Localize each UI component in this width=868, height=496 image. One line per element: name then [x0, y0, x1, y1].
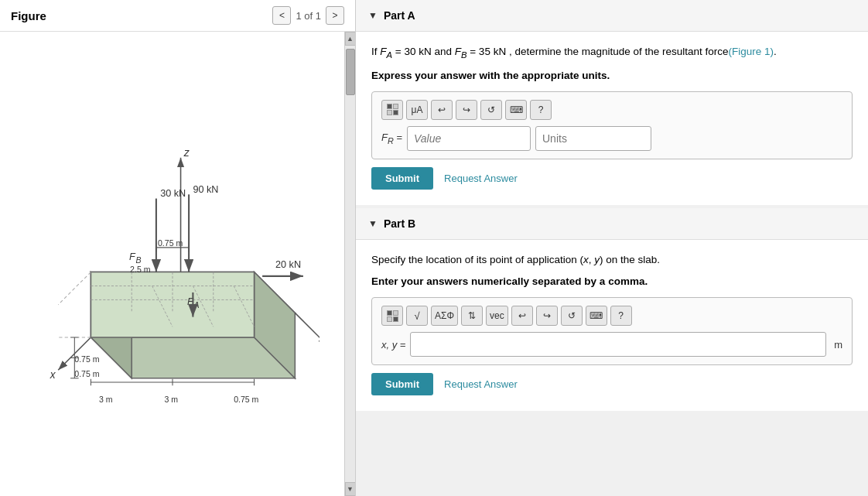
part-b-header[interactable]: ▼ Part B — [356, 208, 868, 240]
svg-text:0.75 m: 0.75 m — [74, 369, 99, 378]
figure-link[interactable]: (Figure 1) — [729, 46, 774, 57]
keyboard-button-b[interactable]: ⌨ — [586, 306, 607, 326]
xy-value-input[interactable] — [410, 332, 826, 357]
part-b-instruction: Enter your answers numerically separated… — [371, 274, 853, 289]
part-b-title: Part B — [384, 217, 415, 230]
help-icon: ? — [538, 104, 544, 115]
xy-label: x, y = — [381, 339, 405, 351]
fr-value-input[interactable] — [407, 126, 531, 151]
figure-header: Figure < 1 of 1 > — [0, 0, 355, 32]
refresh-icon-b: ↺ — [568, 310, 576, 321]
x-math: x — [583, 254, 589, 265]
arrows-icon: ⇅ — [468, 310, 476, 321]
help-icon-b: ? — [618, 310, 624, 321]
keyboard-button[interactable]: ⌨ — [505, 100, 527, 120]
figure-diagram: z y x — [26, 70, 320, 457]
svg-text:A: A — [193, 300, 199, 310]
left-panel: Figure < 1 of 1 > — [0, 0, 356, 496]
right-panel: ▼ Part A If FA = 30 kN and FB = 35 kN , … — [356, 0, 868, 496]
sqrt-icon: √ — [414, 310, 419, 322]
part-a-body: If FA = 30 kN and FB = 35 kN , determine… — [356, 32, 868, 205]
part-a-toolbar: μA ↩ ↪ ↺ ⌨ ? — [381, 100, 842, 120]
part-b-section: ▼ Part B Specify the location of its poi… — [356, 208, 868, 412]
scroll-up-arrow[interactable]: ▲ — [345, 32, 356, 46]
grid-icon-b — [387, 310, 398, 322]
fa-math: FA — [380, 46, 392, 57]
part-b-answer-area: √ ΑΣΦ ⇅ vec ↩ ↪ — [371, 297, 853, 365]
svg-text:2.5 m: 2.5 m — [130, 265, 151, 274]
part-b-actions: Submit Request Answer — [371, 373, 853, 395]
sigma-button[interactable]: ΑΣΦ — [431, 306, 458, 326]
part-a-submit-button[interactable]: Submit — [371, 167, 433, 190]
part-a-answer-area: μA ↩ ↪ ↺ ⌨ ? — [371, 91, 853, 159]
xy-math: x, y = — [381, 339, 405, 351]
svg-text:z: z — [183, 147, 189, 159]
part-a-section: ▼ Part A If FA = 30 kN and FB = 35 kN , … — [356, 0, 868, 205]
svg-text:90 kN: 90 kN — [193, 184, 218, 195]
grid-icon-button[interactable] — [381, 100, 403, 120]
refresh-button[interactable]: ↺ — [480, 100, 502, 120]
keyboard-icon: ⌨ — [510, 104, 523, 115]
grid-icon — [387, 104, 398, 115]
figure-nav: < 1 of 1 > — [272, 6, 344, 25]
part-a-arrow: ▼ — [368, 10, 378, 21]
svg-text:30 kN: 30 kN — [160, 188, 186, 199]
svg-text:0.75 m: 0.75 m — [74, 354, 99, 364]
fb-math: FB — [455, 46, 467, 57]
part-b-request-button[interactable]: Request Answer — [444, 378, 518, 390]
svg-text:0.75 m: 0.75 m — [158, 238, 183, 248]
scroll-thumb[interactable] — [346, 49, 355, 95]
part-b-instruction-bold: Enter your answers numerically separated… — [371, 275, 648, 287]
svg-text:B: B — [135, 255, 141, 265]
figure-count: 1 of 1 — [296, 10, 321, 22]
svg-text:0.75 m: 0.75 m — [234, 395, 258, 404]
part-a-title: Part A — [384, 9, 415, 22]
sqrt-button[interactable]: √ — [406, 306, 428, 326]
part-a-actions: Submit Request Answer — [371, 167, 853, 190]
sigma-icon: ΑΣΦ — [435, 310, 454, 321]
refresh-icon: ↺ — [487, 104, 495, 115]
mu-button[interactable]: μA — [406, 100, 428, 120]
nav-next-button[interactable]: > — [326, 6, 344, 25]
part-a-instruction-bold: Express your answer with the appropriate… — [371, 70, 610, 81]
vec-button[interactable]: vec — [486, 306, 508, 326]
undo-button-b[interactable]: ↩ — [511, 306, 533, 326]
y-math: y — [594, 254, 600, 265]
fr-units-input[interactable] — [535, 126, 651, 151]
part-b-toolbar: √ ΑΣΦ ⇅ vec ↩ ↪ — [381, 306, 842, 326]
grid-icon-button-b[interactable] — [381, 306, 403, 326]
part-b-input-row: x, y = m — [381, 332, 842, 357]
scroll-down-arrow[interactable]: ▼ — [345, 482, 356, 496]
svg-text:x: x — [49, 369, 56, 381]
fr-math: FR — [381, 132, 394, 143]
help-button-b[interactable]: ? — [610, 306, 632, 326]
keyboard-icon-b: ⌨ — [589, 310, 603, 321]
redo-button-b[interactable]: ↪ — [536, 306, 558, 326]
svg-text:3 m: 3 m — [164, 395, 178, 404]
part-a-request-button[interactable]: Request Answer — [444, 173, 518, 184]
refresh-button-b[interactable]: ↺ — [561, 306, 583, 326]
part-a-problem: If FA = 30 kN and FB = 35 kN , determine… — [371, 44, 853, 62]
figure-title: Figure — [11, 9, 46, 22]
scrollbar[interactable]: ▲ ▼ — [344, 32, 355, 496]
figure-content: z y x — [0, 32, 344, 496]
part-a-input-row: FR = — [381, 126, 842, 151]
mu-icon: μA — [412, 104, 423, 115]
svg-line-18 — [295, 313, 320, 345]
part-b-submit-button[interactable]: Submit — [371, 373, 433, 395]
redo-button[interactable]: ↪ — [456, 100, 477, 120]
svg-line-51 — [58, 272, 91, 305]
scroll-track[interactable] — [345, 46, 355, 482]
fr-label: FR = — [381, 132, 402, 145]
arrows-button[interactable]: ⇅ — [461, 306, 483, 326]
part-a-header[interactable]: ▼ Part A — [356, 0, 868, 32]
redo-icon: ↪ — [463, 104, 470, 115]
unit-label-m: m — [834, 339, 842, 351]
svg-text:20 kN: 20 kN — [275, 259, 301, 270]
undo-icon: ↩ — [438, 104, 446, 115]
help-button[interactable]: ? — [530, 100, 552, 120]
nav-prev-button[interactable]: < — [272, 6, 291, 25]
part-b-body: Specify the location of its point of app… — [356, 240, 868, 412]
svg-text:3 m: 3 m — [99, 395, 113, 404]
undo-button[interactable]: ↩ — [431, 100, 453, 120]
